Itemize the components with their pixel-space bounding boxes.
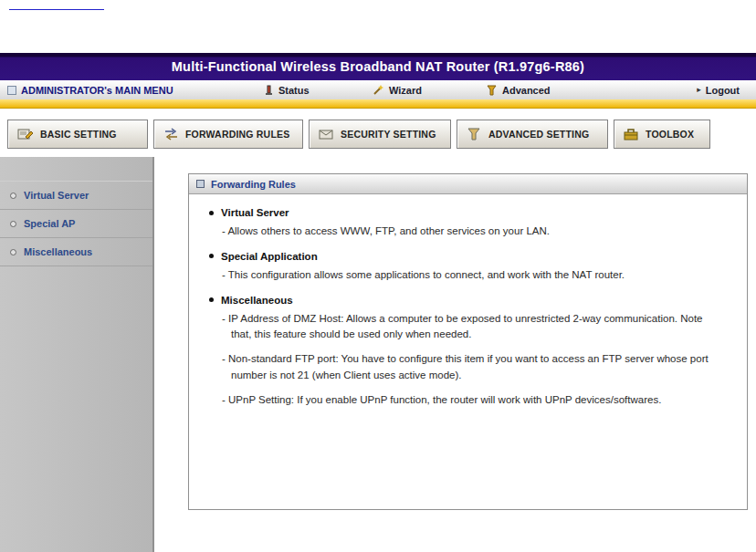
bullet-icon <box>10 221 16 227</box>
sidebar-item-label: Virtual Server <box>24 190 89 201</box>
section-line: - Allows others to access WWW, FTP, and … <box>222 224 719 240</box>
menu-item-advanced-label: Advanced <box>502 85 551 96</box>
forwarding-rules-icon <box>163 128 179 141</box>
panel-header: Forwarding Rules <box>189 174 747 194</box>
tab-basic-setting-label: BASIC SETTING <box>40 129 117 140</box>
main-menu-bar: ADMINISTRATOR's MAIN MENU Status Wizard … <box>0 80 756 100</box>
section-virtual-server: Virtual Server - Allows others to access… <box>209 207 719 240</box>
tab-forwarding-rules[interactable]: FORWARDING RULES <box>153 120 303 149</box>
menu-item-wizard[interactable]: Wizard <box>373 80 422 99</box>
sidebar-item-virtual-server[interactable]: Virtual Server <box>0 181 152 210</box>
advanced-setting-icon <box>467 128 482 141</box>
accent-stripe <box>0 99 756 109</box>
tab-basic-setting[interactable]: BASIC SETTING <box>7 120 148 149</box>
section-miscellaneous: Miscellaneous - IP Address of DMZ Host: … <box>209 295 719 409</box>
logout-label: Logout <box>706 85 740 96</box>
sidebar-item-label: Miscellaneous <box>24 246 92 257</box>
menu-item-wizard-label: Wizard <box>389 85 422 96</box>
section-line: - Non-standard FTP port: You have to con… <box>222 351 719 384</box>
logout-button[interactable]: ▸ Logout <box>697 80 740 99</box>
section-heading-text: Special Application <box>221 251 318 262</box>
tab-security-setting-label: SECURITY SETTING <box>341 129 436 140</box>
section-heading-text: Virtual Server <box>221 207 289 218</box>
sidebar-item-miscellaneous[interactable]: Miscellaneous <box>0 238 152 266</box>
panel-title: Forwarding Rules <box>211 179 296 190</box>
bullet-icon <box>10 193 16 199</box>
sidebar-item-label: Special AP <box>24 218 75 229</box>
section-line: - IP Address of DMZ Host: Allows a compu… <box>222 311 719 344</box>
status-icon <box>263 85 274 96</box>
section-line: - UPnP Setting: If you enable UPnP funct… <box>222 392 719 409</box>
page-title: Multi-Functional Wireless Broadband NAT … <box>172 59 584 74</box>
tab-advanced-setting-label: ADVANCED SETTING <box>488 129 589 140</box>
menu-item-status-label: Status <box>278 85 310 96</box>
section-heading-text: Miscellaneous <box>221 295 293 306</box>
basic-setting-icon <box>17 128 34 141</box>
tab-security-setting[interactable]: SECURITY SETTING <box>309 120 451 149</box>
section-heading: Virtual Server <box>209 207 719 218</box>
bullet-icon <box>209 211 214 215</box>
panel-bullet-icon <box>196 180 205 188</box>
admin-main-menu-label: ADMINISTRATOR's MAIN MENU <box>7 80 173 99</box>
wizard-icon <box>373 85 384 96</box>
section-line: - This configuration allows some applica… <box>222 267 719 284</box>
sidebar: Virtual Server Special AP Miscellaneous <box>0 157 154 552</box>
section-lines: - This configuration allows some applica… <box>222 267 719 284</box>
forwarding-rules-panel: Forwarding Rules Virtual Server - Allows… <box>188 173 748 510</box>
tab-toolbox-label: TOOLBOX <box>646 129 694 140</box>
bullet-icon <box>209 254 214 258</box>
bullet-icon <box>10 249 16 255</box>
section-special-application: Special Application - This configuration… <box>209 251 719 284</box>
bullet-icon <box>209 297 214 302</box>
tab-bar: BASIC SETTING FORWARDING RULES SECURITY … <box>7 120 710 149</box>
sidebar-item-special-ap[interactable]: Special AP <box>0 210 152 238</box>
menu-item-status[interactable]: Status <box>263 80 310 99</box>
titlebar: Multi-Functional Wireless Broadband NAT … <box>0 53 756 80</box>
panel-body: Virtual Server - Allows others to access… <box>189 194 747 429</box>
security-setting-icon <box>319 128 334 141</box>
advanced-icon <box>486 85 498 96</box>
section-heading: Miscellaneous <box>209 295 719 306</box>
top-link[interactable] <box>9 2 104 10</box>
admin-menu-text: ADMINISTRATOR's MAIN MENU <box>21 85 173 96</box>
menu-bullet-icon <box>7 86 16 95</box>
logout-arrow-icon: ▸ <box>697 86 701 94</box>
tab-forwarding-rules-label: FORWARDING RULES <box>185 129 289 140</box>
tab-advanced-setting[interactable]: ADVANCED SETTING <box>457 120 608 149</box>
section-lines: - Allows others to access WWW, FTP, and … <box>222 224 719 240</box>
tab-toolbox[interactable]: TOOLBOX <box>614 120 710 149</box>
toolbox-icon <box>624 128 639 141</box>
menu-item-advanced[interactable]: Advanced <box>486 80 551 99</box>
section-lines: - IP Address of DMZ Host: Allows a compu… <box>222 311 719 409</box>
section-heading: Special Application <box>209 251 719 262</box>
